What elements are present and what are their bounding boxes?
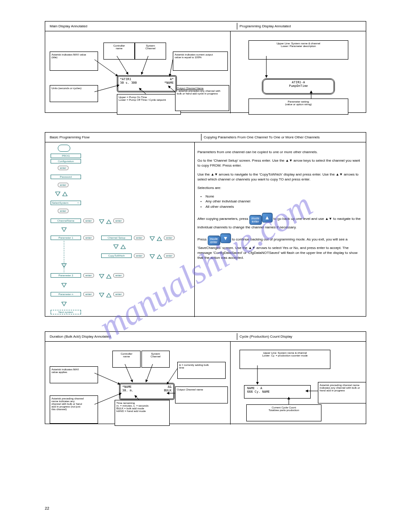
s2-p5b: to go back up one level and use [274,216,325,220]
fc-prog: PROG [51,154,81,158]
s3-br: Output Channel name [177,388,226,391]
tri-icon [157,236,162,241]
sec2-title-left: Basic Programming Flow [47,134,201,141]
tri-icon [106,219,111,224]
sec1-title-left: Main Display Annotated [47,23,237,30]
fc-e3: enter [58,209,68,213]
s1r-m1: ATIR1-A [266,81,331,84]
svg-line-4 [94,85,119,92]
tri-icon [61,302,67,306]
tri-icon [120,245,126,249]
fc-e5b: enter [134,236,145,240]
sec3-title-left: Duration (Bulk Add) Display Annotated [47,333,237,340]
s2-p3a: Use the [197,172,211,176]
s3-tcb: name [114,355,139,358]
fc-sel: SelectSystem [52,202,68,204]
up-key-icon: ▲ [262,213,273,223]
tri-icon [55,192,60,196]
s1-brb: bulk or hand add cycle in progress [177,92,227,95]
tri-icon [150,236,155,241]
s1-bcb: Lower = Pump Off Time / Cycle setpoint [119,99,179,101]
sec3-title-right: Cycle (Production) Count Display [237,333,364,340]
page-number: 22 [45,506,49,511]
fc-e4b: enter [113,219,124,223]
s3-trb: time [179,366,224,369]
fc-selr: <- [77,202,80,204]
tri-icon [61,283,67,287]
s1-tl1b: (title) [51,56,96,59]
fc-e8b: enter [113,292,124,296]
s2-li1: None [206,194,362,199]
s3-dl: *NAME [122,385,132,389]
svg-line-10 [94,373,120,384]
s2-p5a: After copying parameters, press [197,216,249,220]
mode-enter-key-icon: modeenter [249,215,262,225]
s3r-mrc: hand add in progress [320,389,364,392]
tri-icon [61,227,67,232]
fc-e6: enter [134,253,145,258]
s1-dr: A* [170,77,174,81]
tri-icon [113,245,119,249]
fc-e4: enter [83,219,94,223]
fc-pn: Parameter n [51,292,81,296]
s2-p4: Selections are: [197,185,362,190]
tri-icon [99,274,104,279]
tri-icon [157,254,162,259]
fc-ns: Next system [51,310,81,314]
fc-p1: Parameter 1 [51,236,81,240]
fc-cw: CopyToWhich [101,253,132,258]
fc-e1: enter [58,166,68,170]
fc-e7b: enter [113,273,124,278]
fc-e5: enter [83,236,94,240]
s1-tr1b: value is equal to 100% [175,56,226,59]
tri-icon [150,254,155,259]
s1-tc2b: Channel [137,47,164,50]
fc-start [58,145,70,152]
s3-db3: BULK [164,389,171,392]
s1-db2: s. [125,81,129,85]
s1r-tb: Lower: Parameter description [250,45,347,47]
s3r-bb: Totalizes parts production [248,409,320,412]
s3-dr: A& [168,385,171,389]
mode-enter-key-icon: modeenter [208,236,220,245]
fc-e8: enter [83,292,94,296]
s3-ble: this channel) [51,408,96,411]
svg-line-3 [170,60,173,76]
fc-e2: enter [58,183,68,187]
s3-db1: 30. [122,389,128,392]
fc-e6b: enter [164,253,175,258]
tri-icon [61,263,67,268]
s3-tc2b: Channel [143,355,168,358]
s2-p1: Parameters from one channel can be copie… [197,150,362,154]
s3-tlb: value applies [51,371,96,373]
tri-icon [106,293,111,297]
fc-ch: ChannelName [51,219,81,223]
fc-e7: enter [83,273,94,278]
tri-icon [99,293,104,297]
tri-icon [106,274,111,279]
fc-pw: Password [51,175,81,179]
s3-bcd: HAND = hand add mode [116,410,168,412]
sec1-title-right: Programming Display Annotated [237,23,364,30]
svg-line-13 [167,369,177,384]
s1-db1: 30 [120,81,124,85]
fc-p2: Parameter 2 [51,273,81,278]
fc-cs: Channel Setup [101,236,132,240]
s2-p6a: Press [197,237,208,241]
s3r-m1: NAME - A [247,386,308,390]
s2-li3: All other channels [206,204,362,209]
s2-li2: Any other individual channel [206,199,362,204]
tri-icon [99,219,104,224]
sec2-title-right: Copying Parameters From One Channel To O… [201,134,364,141]
fc-config: Configuration [51,159,81,163]
down-key-icon: ▼ [220,233,231,243]
s3r-m2: 666 Cy. NAME [247,390,308,394]
s1-db4: *NAME [164,81,174,85]
s1r-bb: (value or option string) [250,103,347,106]
s1r-m2: PumpOnTime [266,84,331,88]
tri-icon [62,192,68,196]
s1-db3: 300 [131,81,137,85]
s3r-tb: Lower: Cy. = production counter mode [241,354,329,357]
s2-p2a: Go to the 'Channel Setup' screen. Press … [197,159,286,163]
s1-bl: Units (seconds or cycles) [51,87,96,90]
